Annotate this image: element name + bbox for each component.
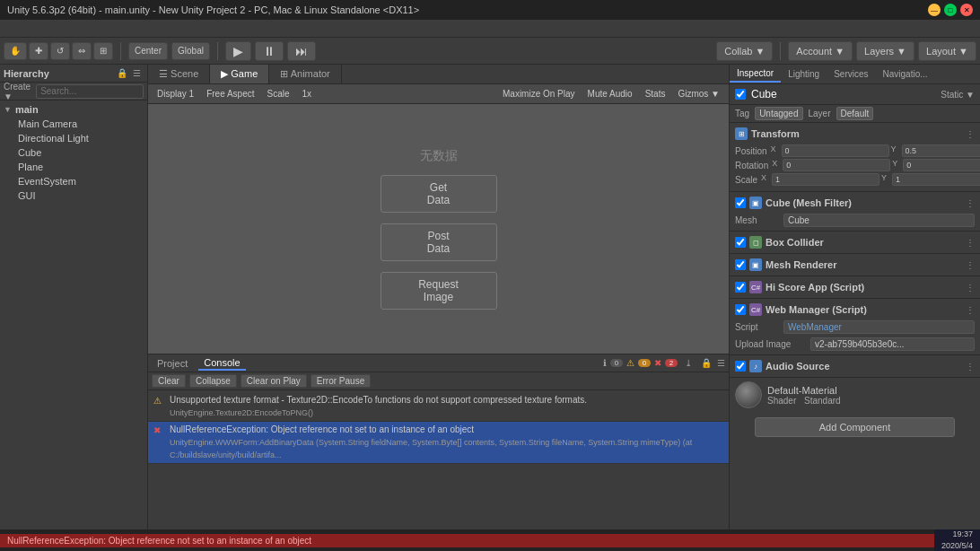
center-right-split: ☰ Scene ▶ Game ⊞ Animator Display 1 Free… — [148, 65, 980, 551]
global-toggle[interactable]: Global — [171, 42, 210, 60]
rotate-tool[interactable]: ↺ — [50, 42, 70, 60]
hierarchy-item-gui[interactable]: GUI — [0, 188, 147, 203]
hierarchy-item-dirlight[interactable]: Directional Light — [0, 131, 147, 145]
tab-game[interactable]: ▶ Game — [210, 65, 269, 83]
audio-source-title: Audio Source — [766, 361, 962, 372]
collapse-button[interactable]: Collapse — [189, 374, 237, 388]
play-button[interactable]: ▶ — [225, 41, 251, 61]
position-y[interactable] — [902, 144, 980, 157]
hiscore-enabled[interactable] — [735, 282, 746, 293]
layout-button[interactable]: Layout ▼ — [918, 41, 976, 61]
close-button[interactable]: ✕ — [960, 4, 973, 16]
audio-source-enabled[interactable] — [735, 361, 746, 372]
hiscore-menu[interactable]: ⋮ — [966, 283, 975, 293]
aspect-btn[interactable]: Free Aspect — [203, 88, 258, 100]
position-label: Position — [735, 146, 767, 156]
minimize-button[interactable]: — — [928, 4, 941, 16]
webmanager-header[interactable]: C# Web Manager (Script) ⋮ — [730, 301, 980, 319]
display-btn[interactable]: Display 1 — [153, 88, 197, 100]
warning-count: 0 — [638, 359, 651, 367]
get-data-button[interactable]: Get Data — [381, 175, 497, 213]
move-tool[interactable]: ✚ — [29, 42, 48, 60]
rotation-y[interactable] — [903, 159, 980, 171]
center-toggle[interactable]: Center — [128, 42, 168, 60]
pause-button[interactable]: ⏸ — [255, 41, 284, 61]
mesh-renderer-enabled[interactable] — [735, 259, 746, 270]
console-menu-icon[interactable]: ☰ — [717, 358, 725, 368]
error-pause-button[interactable]: Error Pause — [311, 374, 371, 388]
hierarchy-item-label: EventSystem — [18, 176, 76, 187]
scale-tool[interactable]: ⇔ — [72, 42, 92, 60]
mesh-renderer-menu[interactable]: ⋮ — [966, 260, 975, 270]
tab-project[interactable]: Project — [152, 357, 193, 370]
audio-source-menu[interactable]: ⋮ — [966, 362, 975, 372]
tag-value[interactable]: Untagged — [755, 107, 802, 120]
mesh-filter-header[interactable]: ▣ Cube (Mesh Filter) ⋮ — [730, 194, 980, 212]
add-component-button[interactable]: Add Component — [755, 417, 955, 437]
position-x[interactable] — [782, 144, 889, 157]
rect-tool[interactable]: ⊞ — [93, 42, 113, 60]
console-msg-text-1: Unsupported texture format - Texture2D::… — [170, 394, 725, 407]
webmanager-menu[interactable]: ⋮ — [966, 305, 975, 315]
box-collider-menu[interactable]: ⋮ — [966, 238, 975, 248]
tab-scene[interactable]: ☰ Scene — [148, 65, 210, 83]
mesh-value[interactable]: Cube — [783, 214, 975, 227]
mesh-filter-enabled[interactable] — [735, 197, 746, 208]
status-error-text[interactable]: NullReferenceException: Object reference… — [0, 534, 934, 547]
tab-console[interactable]: Console — [198, 356, 245, 371]
clear-on-play-button[interactable]: Clear on Play — [241, 374, 307, 388]
request-image-button[interactable]: Request Image — [381, 272, 497, 310]
tab-animator[interactable]: ⊞ Animator — [269, 65, 341, 83]
gizmos-btn[interactable]: Gizmos ▼ — [674, 88, 723, 100]
hiscore-header[interactable]: C# Hi Score App (Script) ⋮ — [730, 278, 980, 296]
rotation-x[interactable] — [783, 159, 890, 171]
script-value[interactable]: WebManager — [783, 320, 975, 334]
transform-header[interactable]: ⊞ Transform ⋮ — [730, 125, 980, 143]
scale-x[interactable] — [772, 173, 879, 186]
tab-lighting[interactable]: Lighting — [781, 66, 827, 82]
console-scroll-icon[interactable]: ⤓ — [685, 358, 692, 368]
console-message-2[interactable]: ✖ NullReferenceException: Object referen… — [148, 422, 729, 464]
hierarchy-item-camera[interactable]: Main Camera — [0, 117, 147, 131]
box-collider-header[interactable]: ◻ Box Collider ⋮ — [730, 233, 980, 251]
console-message-1[interactable]: ⚠ Unsupported texture format - Texture2D… — [148, 392, 729, 422]
hierarchy-search[interactable] — [36, 84, 144, 99]
layer-label: Layer — [809, 109, 831, 118]
hand-tool[interactable]: ✋ — [4, 42, 27, 60]
hierarchy-item-cube[interactable]: Cube — [0, 145, 147, 160]
shader-value[interactable]: Standard — [804, 396, 841, 406]
material-name[interactable]: Default-Material — [767, 385, 975, 396]
mute-btn[interactable]: Mute Audio — [584, 88, 636, 100]
layers-button[interactable]: Layers ▼ — [856, 41, 914, 61]
post-data-button[interactable]: Post Data — [381, 223, 497, 261]
upload-value[interactable]: v2-ab759b405b3e0c... — [810, 337, 975, 351]
tab-inspector[interactable]: Inspector — [730, 66, 781, 83]
box-collider-enabled[interactable] — [735, 237, 746, 248]
create-btn[interactable]: Create ▼ — [4, 82, 32, 101]
layer-value[interactable]: Default — [836, 107, 874, 120]
mesh-renderer-header[interactable]: ▣ Mesh Renderer ⋮ — [730, 256, 980, 274]
mesh-renderer-component: ▣ Mesh Renderer ⋮ — [730, 253, 980, 276]
audio-source-header[interactable]: ♪ Audio Source ⋮ — [730, 357, 980, 375]
step-button[interactable]: ⏭ — [287, 41, 316, 61]
object-enabled-checkbox[interactable] — [735, 89, 746, 100]
tab-navigation[interactable]: Navigatio... — [876, 66, 935, 82]
scale-y[interactable] — [892, 173, 980, 186]
tab-services[interactable]: Services — [827, 66, 875, 82]
hierarchy-menu-icon[interactable]: ☰ — [130, 67, 144, 79]
collab-button[interactable]: Collab ▼ — [716, 41, 773, 61]
hierarchy-item-plane[interactable]: Plane — [0, 160, 147, 174]
mesh-filter-menu[interactable]: ⋮ — [966, 198, 975, 208]
static-label[interactable]: Static ▼ — [941, 90, 975, 100]
maximize-button[interactable]: □ — [944, 4, 957, 16]
hierarchy-item-eventsystem[interactable]: EventSystem — [0, 174, 147, 188]
stats-btn[interactable]: Stats — [642, 88, 669, 100]
webmanager-enabled[interactable] — [735, 304, 746, 315]
maximize-btn[interactable]: Maximize On Play — [499, 88, 579, 100]
hierarchy-lock-icon[interactable]: 🔒 — [114, 67, 130, 79]
clear-button[interactable]: Clear — [152, 374, 186, 388]
transform-menu-icon[interactable]: ⋮ — [966, 129, 975, 139]
hierarchy-item-main[interactable]: ▼ main — [0, 102, 147, 117]
account-button[interactable]: Account ▼ — [788, 41, 853, 61]
console-lock-icon[interactable]: 🔒 — [701, 358, 712, 368]
